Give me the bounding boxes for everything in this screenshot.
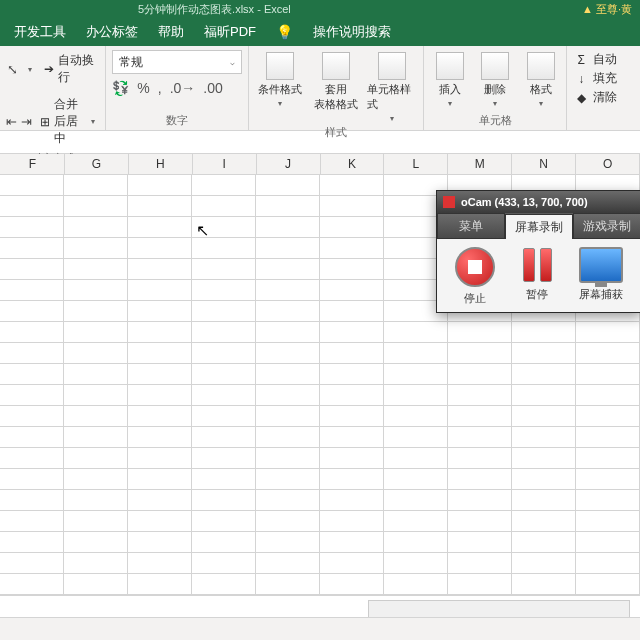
cell[interactable] (256, 175, 320, 195)
cell[interactable] (192, 553, 256, 573)
cell[interactable] (0, 553, 64, 573)
cell[interactable] (448, 511, 512, 531)
cell[interactable] (64, 490, 128, 510)
fill-button[interactable]: ↓填充 (573, 69, 634, 88)
cell[interactable] (384, 448, 448, 468)
horizontal-scrollbar[interactable] (368, 600, 630, 618)
cell[interactable] (128, 217, 192, 237)
insert-button[interactable]: 插入▾ (430, 52, 469, 108)
cell[interactable] (192, 406, 256, 426)
cell[interactable] (320, 574, 384, 594)
cell[interactable] (64, 322, 128, 342)
cell[interactable] (256, 406, 320, 426)
cell[interactable] (384, 364, 448, 384)
clear-button[interactable]: ◆清除 (573, 88, 634, 107)
cell[interactable] (256, 490, 320, 510)
cell[interactable] (384, 322, 448, 342)
cell[interactable] (128, 238, 192, 258)
cell[interactable] (320, 175, 384, 195)
cell[interactable] (320, 553, 384, 573)
cell[interactable] (128, 511, 192, 531)
cell[interactable] (512, 322, 576, 342)
cell[interactable] (320, 469, 384, 489)
cell[interactable] (128, 490, 192, 510)
cell[interactable] (192, 322, 256, 342)
cell[interactable] (384, 406, 448, 426)
cell[interactable] (192, 259, 256, 279)
cell[interactable] (384, 574, 448, 594)
format-button[interactable]: 格式▾ (521, 52, 560, 108)
cell[interactable] (448, 532, 512, 552)
cell[interactable] (384, 490, 448, 510)
cell[interactable] (576, 427, 640, 447)
cell[interactable] (512, 448, 576, 468)
stop-button[interactable]: 停止 (455, 247, 495, 306)
cell[interactable] (512, 511, 576, 531)
cell[interactable] (384, 469, 448, 489)
tab-office[interactable]: 办公标签 (86, 23, 138, 41)
ocam-window[interactable]: oCam (433, 13, 700, 700) 菜单 屏幕录制 游戏录制 停止… (436, 190, 640, 313)
cell[interactable] (448, 322, 512, 342)
cell[interactable] (0, 280, 64, 300)
cell[interactable] (320, 217, 384, 237)
cell[interactable] (192, 427, 256, 447)
cell[interactable] (128, 322, 192, 342)
ocam-titlebar[interactable]: oCam (433, 13, 700, 700) (437, 191, 640, 213)
cell[interactable] (64, 196, 128, 216)
cell[interactable] (64, 469, 128, 489)
col-header[interactable]: F (1, 154, 65, 174)
cell[interactable] (320, 406, 384, 426)
cell[interactable] (256, 448, 320, 468)
cell[interactable] (192, 238, 256, 258)
cell[interactable] (256, 259, 320, 279)
percent-icon[interactable]: % (137, 80, 149, 96)
cell[interactable] (256, 511, 320, 531)
cell[interactable] (192, 364, 256, 384)
cell[interactable] (320, 448, 384, 468)
cell[interactable] (448, 490, 512, 510)
cell[interactable] (256, 574, 320, 594)
cell[interactable] (0, 532, 64, 552)
cell[interactable] (0, 238, 64, 258)
cell[interactable] (256, 364, 320, 384)
cell[interactable] (192, 511, 256, 531)
cell[interactable] (448, 364, 512, 384)
cell[interactable] (192, 448, 256, 468)
decrease-decimal-icon[interactable]: .00 (203, 80, 222, 96)
cell[interactable] (64, 301, 128, 321)
tell-me-search[interactable]: 操作说明搜索 (313, 23, 391, 41)
cell[interactable] (64, 364, 128, 384)
cell[interactable] (512, 406, 576, 426)
cell[interactable] (128, 343, 192, 363)
cell[interactable] (64, 553, 128, 573)
cell[interactable] (0, 469, 64, 489)
cell[interactable] (128, 280, 192, 300)
cell[interactable] (192, 343, 256, 363)
cell[interactable] (192, 574, 256, 594)
cell[interactable] (256, 301, 320, 321)
cell[interactable] (128, 196, 192, 216)
cell[interactable] (0, 322, 64, 342)
cell[interactable] (448, 385, 512, 405)
cell[interactable] (320, 196, 384, 216)
cell[interactable] (576, 385, 640, 405)
ocam-tab-game-record[interactable]: 游戏录制 (573, 213, 640, 239)
cell[interactable] (0, 175, 64, 195)
cell[interactable] (0, 490, 64, 510)
cell[interactable] (512, 385, 576, 405)
cell[interactable] (576, 532, 640, 552)
cell[interactable] (448, 343, 512, 363)
cell[interactable] (448, 427, 512, 447)
cell[interactable] (512, 532, 576, 552)
cell[interactable] (192, 532, 256, 552)
cell[interactable] (256, 238, 320, 258)
cell[interactable] (512, 490, 576, 510)
cell[interactable] (576, 364, 640, 384)
cell[interactable] (448, 574, 512, 594)
cell[interactable] (64, 511, 128, 531)
cell[interactable] (256, 217, 320, 237)
cell[interactable] (0, 343, 64, 363)
tab-help[interactable]: 帮助 (158, 23, 184, 41)
pause-button[interactable]: 暂停 (519, 247, 555, 306)
cell[interactable] (448, 553, 512, 573)
